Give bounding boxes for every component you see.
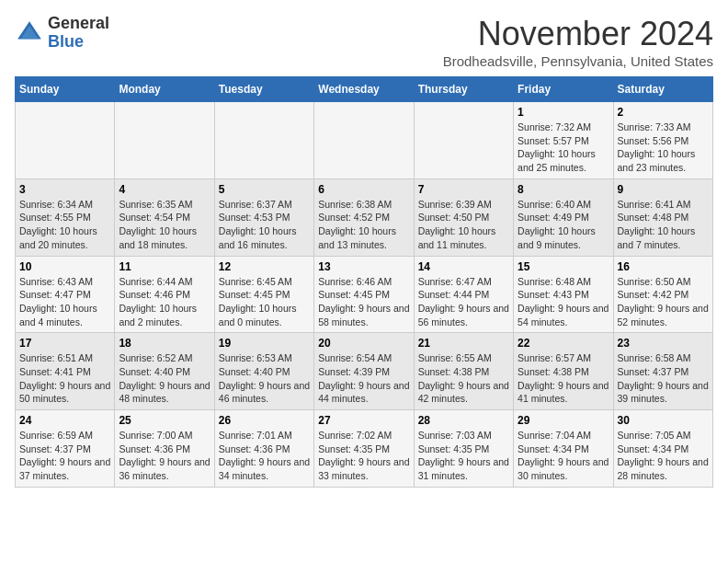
calendar-cell (115, 102, 214, 179)
day-number: 9 (618, 183, 709, 196)
calendar-cell: 10Sunrise: 6:43 AM Sunset: 4:47 PM Dayli… (16, 256, 115, 333)
day-info: Sunrise: 6:51 AM Sunset: 4:41 PM Dayligh… (19, 351, 110, 406)
calendar-cell (314, 102, 414, 179)
day-info: Sunrise: 6:35 AM Sunset: 4:54 PM Dayligh… (119, 198, 210, 252)
day-info: Sunrise: 6:34 AM Sunset: 4:55 PM Dayligh… (19, 198, 110, 252)
calendar-cell: 21Sunrise: 6:55 AM Sunset: 4:38 PM Dayli… (414, 333, 513, 410)
page-header: General Blue November 2024 Brodheadsvill… (15, 15, 713, 69)
day-info: Sunrise: 6:48 AM Sunset: 4:43 PM Dayligh… (518, 275, 609, 329)
day-info: Sunrise: 6:52 AM Sunset: 4:40 PM Dayligh… (119, 351, 210, 406)
day-info: Sunrise: 7:01 AM Sunset: 4:36 PM Dayligh… (219, 429, 310, 483)
day-info: Sunrise: 6:58 AM Sunset: 4:37 PM Dayligh… (618, 351, 709, 406)
day-number: 26 (219, 414, 310, 427)
calendar-table: SundayMondayTuesdayWednesdayThursdayFrid… (15, 76, 713, 488)
calendar-cell: 6Sunrise: 6:38 AM Sunset: 4:52 PM Daylig… (314, 178, 414, 256)
month-title: November 2024 (443, 15, 713, 53)
day-info: Sunrise: 6:59 AM Sunset: 4:37 PM Dayligh… (19, 429, 110, 483)
calendar-cell: 3Sunrise: 6:34 AM Sunset: 4:55 PM Daylig… (16, 178, 115, 256)
day-number: 19 (219, 337, 310, 350)
day-number: 24 (19, 414, 110, 427)
calendar-cell: 20Sunrise: 6:54 AM Sunset: 4:39 PM Dayli… (314, 333, 414, 410)
day-number: 23 (618, 337, 709, 350)
calendar-cell: 15Sunrise: 6:48 AM Sunset: 4:43 PM Dayli… (514, 256, 613, 333)
day-info: Sunrise: 6:37 AM Sunset: 4:53 PM Dayligh… (219, 198, 310, 252)
day-info: Sunrise: 7:04 AM Sunset: 4:34 PM Dayligh… (518, 429, 609, 483)
column-header-wednesday: Wednesday (314, 77, 414, 102)
calendar-cell: 16Sunrise: 6:50 AM Sunset: 4:42 PM Dayli… (613, 256, 712, 333)
day-number: 25 (119, 414, 210, 427)
day-number: 30 (618, 414, 709, 427)
day-info: Sunrise: 7:03 AM Sunset: 4:35 PM Dayligh… (418, 429, 509, 483)
day-number: 2 (618, 106, 709, 119)
day-info: Sunrise: 6:44 AM Sunset: 4:46 PM Dayligh… (119, 275, 210, 329)
day-number: 16 (618, 260, 709, 273)
day-info: Sunrise: 6:43 AM Sunset: 4:47 PM Dayligh… (19, 275, 110, 329)
calendar-cell: 7Sunrise: 6:39 AM Sunset: 4:50 PM Daylig… (414, 178, 513, 256)
day-info: Sunrise: 6:57 AM Sunset: 4:38 PM Dayligh… (518, 351, 609, 406)
day-number: 6 (318, 183, 409, 196)
calendar-cell (214, 102, 313, 179)
calendar-header-row: SundayMondayTuesdayWednesdayThursdayFrid… (16, 77, 713, 102)
day-number: 14 (418, 260, 509, 273)
calendar-cell: 1Sunrise: 7:32 AM Sunset: 5:57 PM Daylig… (514, 102, 613, 179)
day-info: Sunrise: 6:53 AM Sunset: 4:40 PM Dayligh… (219, 351, 310, 406)
logo-text: General Blue (48, 15, 109, 52)
calendar-cell: 25Sunrise: 7:00 AM Sunset: 4:36 PM Dayli… (115, 410, 214, 488)
calendar-cell: 5Sunrise: 6:37 AM Sunset: 4:53 PM Daylig… (214, 178, 313, 256)
calendar-cell (16, 102, 115, 179)
day-info: Sunrise: 6:50 AM Sunset: 4:42 PM Dayligh… (618, 275, 709, 329)
day-info: Sunrise: 7:32 AM Sunset: 5:57 PM Dayligh… (518, 121, 609, 175)
column-header-sunday: Sunday (16, 77, 115, 102)
calendar-cell: 17Sunrise: 6:51 AM Sunset: 4:41 PM Dayli… (16, 333, 115, 410)
calendar-cell: 8Sunrise: 6:40 AM Sunset: 4:49 PM Daylig… (514, 178, 613, 256)
calendar-cell: 13Sunrise: 6:46 AM Sunset: 4:45 PM Dayli… (314, 256, 414, 333)
calendar-cell: 12Sunrise: 6:45 AM Sunset: 4:45 PM Dayli… (214, 256, 313, 333)
day-number: 11 (119, 260, 210, 273)
day-number: 28 (418, 414, 509, 427)
location-title: Brodheadsville, Pennsylvania, United Sta… (443, 53, 713, 69)
calendar-cell: 4Sunrise: 6:35 AM Sunset: 4:54 PM Daylig… (115, 178, 214, 256)
calendar-week-row: 17Sunrise: 6:51 AM Sunset: 4:41 PM Dayli… (16, 333, 713, 410)
calendar-cell: 27Sunrise: 7:02 AM Sunset: 4:35 PM Dayli… (314, 410, 414, 488)
calendar-cell: 26Sunrise: 7:01 AM Sunset: 4:36 PM Dayli… (214, 410, 313, 488)
calendar-cell: 11Sunrise: 6:44 AM Sunset: 4:46 PM Dayli… (115, 256, 214, 333)
logo: General Blue (15, 15, 109, 52)
day-info: Sunrise: 6:38 AM Sunset: 4:52 PM Dayligh… (318, 198, 409, 252)
day-number: 22 (518, 337, 609, 350)
day-info: Sunrise: 7:33 AM Sunset: 5:56 PM Dayligh… (618, 121, 709, 175)
day-info: Sunrise: 6:41 AM Sunset: 4:48 PM Dayligh… (618, 198, 709, 252)
day-number: 12 (219, 260, 310, 273)
column-header-saturday: Saturday (613, 77, 712, 102)
day-number: 13 (318, 260, 409, 273)
day-number: 7 (418, 183, 509, 196)
day-number: 10 (19, 260, 110, 273)
calendar-cell: 14Sunrise: 6:47 AM Sunset: 4:44 PM Dayli… (414, 256, 513, 333)
column-header-monday: Monday (115, 77, 214, 102)
day-info: Sunrise: 7:02 AM Sunset: 4:35 PM Dayligh… (318, 429, 409, 483)
day-info: Sunrise: 6:55 AM Sunset: 4:38 PM Dayligh… (418, 351, 509, 406)
calendar-cell: 30Sunrise: 7:05 AM Sunset: 4:34 PM Dayli… (613, 410, 712, 488)
day-info: Sunrise: 6:45 AM Sunset: 4:45 PM Dayligh… (219, 275, 310, 329)
day-number: 17 (19, 337, 110, 350)
calendar-cell: 23Sunrise: 6:58 AM Sunset: 4:37 PM Dayli… (613, 333, 712, 410)
calendar-cell: 24Sunrise: 6:59 AM Sunset: 4:37 PM Dayli… (16, 410, 115, 488)
calendar-cell: 29Sunrise: 7:04 AM Sunset: 4:34 PM Dayli… (514, 410, 613, 488)
calendar-cell: 19Sunrise: 6:53 AM Sunset: 4:40 PM Dayli… (214, 333, 313, 410)
day-info: Sunrise: 6:46 AM Sunset: 4:45 PM Dayligh… (318, 275, 409, 329)
day-number: 21 (418, 337, 509, 350)
calendar-week-row: 24Sunrise: 6:59 AM Sunset: 4:37 PM Dayli… (16, 410, 713, 488)
calendar-cell: 22Sunrise: 6:57 AM Sunset: 4:38 PM Dayli… (514, 333, 613, 410)
day-info: Sunrise: 7:05 AM Sunset: 4:34 PM Dayligh… (618, 429, 709, 483)
day-number: 3 (19, 183, 110, 196)
calendar-cell: 28Sunrise: 7:03 AM Sunset: 4:35 PM Dayli… (414, 410, 513, 488)
day-info: Sunrise: 7:00 AM Sunset: 4:36 PM Dayligh… (119, 429, 210, 483)
day-number: 29 (518, 414, 609, 427)
day-number: 1 (518, 106, 609, 119)
calendar-cell: 9Sunrise: 6:41 AM Sunset: 4:48 PM Daylig… (613, 178, 712, 256)
title-block: November 2024 Brodheadsville, Pennsylvan… (443, 15, 713, 69)
day-number: 18 (119, 337, 210, 350)
day-info: Sunrise: 6:39 AM Sunset: 4:50 PM Dayligh… (418, 198, 509, 252)
calendar-cell (414, 102, 513, 179)
day-number: 20 (318, 337, 409, 350)
day-number: 15 (518, 260, 609, 273)
